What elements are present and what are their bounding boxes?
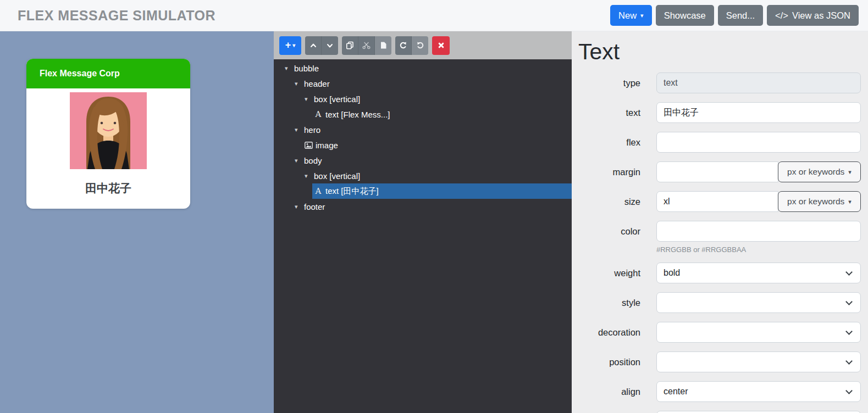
tree-item-header-box[interactable]: ▾box [vertical] <box>274 91 572 107</box>
margin-unit-button[interactable]: px or keywords ▾ <box>778 161 861 182</box>
chevron-down-icon <box>845 328 853 335</box>
field-row-margin: margin px or keywords ▾ <box>578 161 861 182</box>
size-label: size <box>578 191 640 212</box>
close-icon <box>438 42 445 49</box>
tree-item-hero[interactable]: ▾hero <box>274 122 572 137</box>
redo-button[interactable] <box>412 36 428 55</box>
field-row-color: color #RRGGBB or #RRGGBBAA <box>578 221 861 254</box>
caret-down-icon[interactable]: ▾ <box>295 203 301 210</box>
caret-down-icon: ▾ <box>292 43 295 48</box>
flex-message-card: Flex Message Corp 田中花子 <box>26 59 190 209</box>
cut-button[interactable] <box>358 36 375 55</box>
chevron-down-icon <box>845 387 853 394</box>
position-select[interactable] <box>656 351 861 372</box>
tree-item-body-box[interactable]: ▾box [vertical] <box>274 168 572 183</box>
caret-down-icon[interactable]: ▾ <box>285 65 291 72</box>
view-as-json-label: View as JSON <box>792 10 850 21</box>
paste-button[interactable] <box>375 36 391 55</box>
field-row-weight: weight bold <box>578 263 861 283</box>
showcase-button-label: Showcase <box>664 10 706 21</box>
card-name-text: 田中花子 <box>26 181 190 196</box>
new-button-label: New <box>618 10 637 21</box>
style-select[interactable] <box>656 292 861 313</box>
flex-label: flex <box>578 132 640 153</box>
position-label: position <box>578 351 640 372</box>
flex-input[interactable] <box>656 132 861 153</box>
field-row-style: style <box>578 292 861 313</box>
caret-down-icon[interactable]: ▾ <box>295 80 301 87</box>
new-button[interactable]: New ▾ <box>610 5 652 26</box>
color-input[interactable] <box>656 221 861 242</box>
field-row-text: text <box>578 102 861 123</box>
field-row-next-partial <box>578 411 861 413</box>
tree-item-footer[interactable]: ▾footer <box>274 199 572 214</box>
weight-select[interactable]: bold <box>656 263 861 283</box>
header-buttons: New ▾ Showcase Send... </> View as JSON <box>610 5 859 26</box>
tree-item-body[interactable]: ▾body <box>274 153 572 168</box>
image-type-icon <box>305 142 313 149</box>
redo-icon <box>416 41 424 49</box>
chevron-down-icon <box>845 298 853 305</box>
history-button-group <box>395 36 428 55</box>
move-down-button[interactable] <box>322 36 338 55</box>
showcase-button[interactable]: Showcase <box>656 5 714 26</box>
text-input[interactable] <box>656 102 861 123</box>
text-type-icon: A <box>314 186 322 196</box>
preview-panel: Flex Message Corp 田中花子 <box>0 31 274 413</box>
color-label: color <box>578 221 640 254</box>
type-input[interactable] <box>656 72 861 93</box>
caret-down-icon: ▾ <box>640 13 644 19</box>
view-as-json-button[interactable]: </> View as JSON <box>767 5 859 26</box>
code-icon: </> <box>775 10 788 21</box>
chevron-down-icon <box>326 42 334 49</box>
app-header: FLEX MESSAGE SIMULATOR New ▾ Showcase Se… <box>0 0 868 31</box>
inspector-title: Text <box>578 39 861 65</box>
size-unit-button[interactable]: px or keywords ▾ <box>778 191 861 212</box>
decoration-select[interactable] <box>656 322 861 343</box>
avatar <box>70 92 147 169</box>
text-type-icon: A <box>314 109 322 119</box>
field-row-type: type <box>578 72 861 93</box>
caret-down-icon[interactable]: ▾ <box>295 126 301 133</box>
tree-item-hero-image[interactable]: image <box>274 137 572 153</box>
tree-item-header-text[interactable]: Atext [Flex Mess...] <box>274 107 572 122</box>
card-body: 田中花子 <box>26 88 190 209</box>
tree-item-header[interactable]: ▾header <box>274 76 572 91</box>
margin-input[interactable] <box>656 161 778 182</box>
send-button[interactable]: Send... <box>718 5 763 26</box>
field-row-flex: flex <box>578 132 861 153</box>
caret-down-icon: ▾ <box>848 169 852 175</box>
card-header: Flex Message Corp <box>26 59 190 88</box>
tree-item-body-text-selected[interactable]: Atext [田中花子] <box>274 183 572 199</box>
caret-down-icon[interactable]: ▾ <box>305 96 311 103</box>
caret-down-icon: ▾ <box>848 199 852 205</box>
align-label: align <box>578 381 640 402</box>
size-input[interactable] <box>656 191 778 212</box>
chevron-down-icon <box>845 269 853 276</box>
plus-icon: + <box>285 40 291 51</box>
field-row-decoration: decoration <box>578 322 861 343</box>
chevron-up-icon <box>309 42 317 49</box>
undo-button[interactable] <box>395 36 412 55</box>
copy-button[interactable] <box>342 36 358 55</box>
margin-label: margin <box>578 161 640 182</box>
field-row-align: align center <box>578 381 861 402</box>
delete-node-button[interactable] <box>432 36 450 55</box>
send-button-label: Send... <box>726 10 755 21</box>
align-select[interactable]: center <box>656 381 861 402</box>
type-label: type <box>578 72 640 93</box>
text-label: text <box>578 102 640 123</box>
tree-item-bubble[interactable]: ▾bubble <box>274 60 572 76</box>
style-label: style <box>578 292 640 313</box>
move-up-button[interactable] <box>305 36 322 55</box>
add-node-button[interactable]: + ▾ <box>279 36 301 55</box>
main-content: Flex Message Corp 田中花子 <box>0 31 868 413</box>
element-tree: ▾bubble ▾header ▾box [vertical] Atext [F… <box>274 59 572 214</box>
caret-down-icon[interactable]: ▾ <box>295 157 301 164</box>
card-header-title: Flex Message Corp <box>40 69 120 79</box>
undo-icon <box>399 41 407 49</box>
weight-label: weight <box>578 263 640 283</box>
tree-panel: + ▾ <box>274 31 572 413</box>
next-field-input[interactable] <box>656 411 861 413</box>
caret-down-icon[interactable]: ▾ <box>305 172 311 180</box>
